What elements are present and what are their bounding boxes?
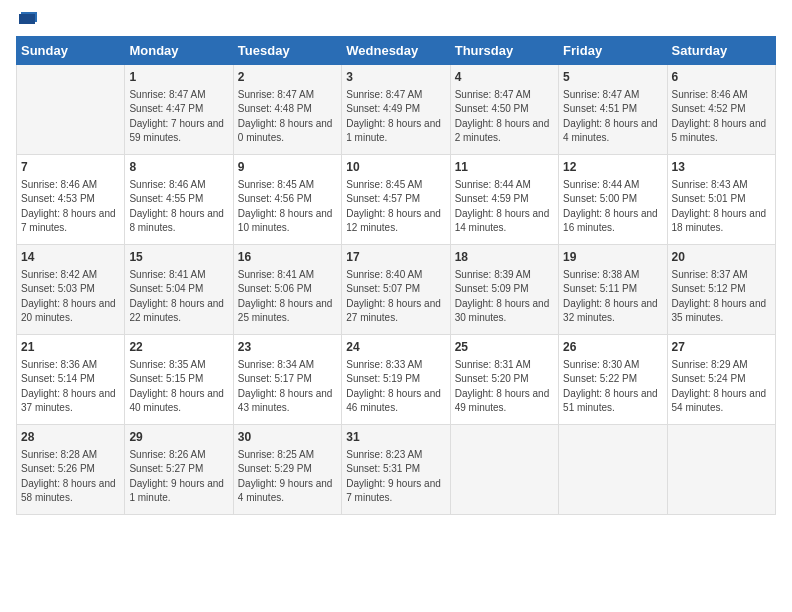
cell-content: Sunrise: 8:31 AMSunset: 5:20 PMDaylight:… [455,359,550,413]
cell-content: Sunrise: 8:33 AMSunset: 5:19 PMDaylight:… [346,359,441,413]
day-number: 3 [346,69,445,85]
logo [16,16,37,26]
cell-content: Sunrise: 8:25 AMSunset: 5:29 PMDaylight:… [238,449,333,503]
day-number: 14 [21,249,120,265]
calendar-cell: 24Sunrise: 8:33 AMSunset: 5:19 PMDayligh… [342,335,450,425]
calendar-cell [667,425,775,515]
day-number: 10 [346,159,445,175]
week-row-5: 28Sunrise: 8:28 AMSunset: 5:26 PMDayligh… [17,425,776,515]
calendar-cell [450,425,558,515]
day-number: 19 [563,249,662,265]
day-number: 26 [563,339,662,355]
calendar-cell: 20Sunrise: 8:37 AMSunset: 5:12 PMDayligh… [667,245,775,335]
calendar-cell: 9Sunrise: 8:45 AMSunset: 4:56 PMDaylight… [233,155,341,245]
cell-content: Sunrise: 8:47 AMSunset: 4:49 PMDaylight:… [346,89,441,143]
header-cell-monday: Monday [125,37,233,65]
calendar-cell: 27Sunrise: 8:29 AMSunset: 5:24 PMDayligh… [667,335,775,425]
cell-content: Sunrise: 8:47 AMSunset: 4:51 PMDaylight:… [563,89,658,143]
day-number: 12 [563,159,662,175]
calendar-cell: 2Sunrise: 8:47 AMSunset: 4:48 PMDaylight… [233,65,341,155]
day-number: 15 [129,249,228,265]
day-number: 5 [563,69,662,85]
week-row-3: 14Sunrise: 8:42 AMSunset: 5:03 PMDayligh… [17,245,776,335]
cell-content: Sunrise: 8:38 AMSunset: 5:11 PMDaylight:… [563,269,658,323]
header-cell-sunday: Sunday [17,37,125,65]
cell-content: Sunrise: 8:46 AMSunset: 4:53 PMDaylight:… [21,179,116,233]
calendar-cell: 17Sunrise: 8:40 AMSunset: 5:07 PMDayligh… [342,245,450,335]
day-number: 23 [238,339,337,355]
calendar-cell: 18Sunrise: 8:39 AMSunset: 5:09 PMDayligh… [450,245,558,335]
calendar-cell: 12Sunrise: 8:44 AMSunset: 5:00 PMDayligh… [559,155,667,245]
calendar-cell [559,425,667,515]
day-number: 9 [238,159,337,175]
day-number: 27 [672,339,771,355]
cell-content: Sunrise: 8:34 AMSunset: 5:17 PMDaylight:… [238,359,333,413]
calendar-cell: 30Sunrise: 8:25 AMSunset: 5:29 PMDayligh… [233,425,341,515]
day-number: 29 [129,429,228,445]
calendar-cell: 6Sunrise: 8:46 AMSunset: 4:52 PMDaylight… [667,65,775,155]
day-number: 6 [672,69,771,85]
header-cell-tuesday: Tuesday [233,37,341,65]
day-number: 11 [455,159,554,175]
day-number: 25 [455,339,554,355]
cell-content: Sunrise: 8:23 AMSunset: 5:31 PMDaylight:… [346,449,441,503]
calendar-cell: 22Sunrise: 8:35 AMSunset: 5:15 PMDayligh… [125,335,233,425]
header-cell-friday: Friday [559,37,667,65]
calendar-cell: 29Sunrise: 8:26 AMSunset: 5:27 PMDayligh… [125,425,233,515]
week-row-2: 7Sunrise: 8:46 AMSunset: 4:53 PMDaylight… [17,155,776,245]
calendar-cell: 4Sunrise: 8:47 AMSunset: 4:50 PMDaylight… [450,65,558,155]
calendar-cell: 5Sunrise: 8:47 AMSunset: 4:51 PMDaylight… [559,65,667,155]
cell-content: Sunrise: 8:47 AMSunset: 4:47 PMDaylight:… [129,89,224,143]
svg-marker-1 [19,14,35,24]
day-number: 13 [672,159,771,175]
day-number: 8 [129,159,228,175]
calendar-header: SundayMondayTuesdayWednesdayThursdayFrid… [17,37,776,65]
cell-content: Sunrise: 8:42 AMSunset: 5:03 PMDaylight:… [21,269,116,323]
calendar-cell: 14Sunrise: 8:42 AMSunset: 5:03 PMDayligh… [17,245,125,335]
day-number: 31 [346,429,445,445]
calendar-cell [17,65,125,155]
cell-content: Sunrise: 8:41 AMSunset: 5:06 PMDaylight:… [238,269,333,323]
cell-content: Sunrise: 8:44 AMSunset: 4:59 PMDaylight:… [455,179,550,233]
header-cell-saturday: Saturday [667,37,775,65]
cell-content: Sunrise: 8:46 AMSunset: 4:55 PMDaylight:… [129,179,224,233]
day-number: 4 [455,69,554,85]
day-number: 2 [238,69,337,85]
cell-content: Sunrise: 8:28 AMSunset: 5:26 PMDaylight:… [21,449,116,503]
logo-flag-icon [19,12,37,26]
cell-content: Sunrise: 8:36 AMSunset: 5:14 PMDaylight:… [21,359,116,413]
cell-content: Sunrise: 8:41 AMSunset: 5:04 PMDaylight:… [129,269,224,323]
calendar-cell: 21Sunrise: 8:36 AMSunset: 5:14 PMDayligh… [17,335,125,425]
calendar-cell: 25Sunrise: 8:31 AMSunset: 5:20 PMDayligh… [450,335,558,425]
day-number: 7 [21,159,120,175]
cell-content: Sunrise: 8:47 AMSunset: 4:48 PMDaylight:… [238,89,333,143]
day-number: 17 [346,249,445,265]
calendar-cell: 13Sunrise: 8:43 AMSunset: 5:01 PMDayligh… [667,155,775,245]
day-number: 21 [21,339,120,355]
day-number: 22 [129,339,228,355]
calendar-table: SundayMondayTuesdayWednesdayThursdayFrid… [16,36,776,515]
cell-content: Sunrise: 8:47 AMSunset: 4:50 PMDaylight:… [455,89,550,143]
calendar-cell: 8Sunrise: 8:46 AMSunset: 4:55 PMDaylight… [125,155,233,245]
week-row-1: 1Sunrise: 8:47 AMSunset: 4:47 PMDaylight… [17,65,776,155]
week-row-4: 21Sunrise: 8:36 AMSunset: 5:14 PMDayligh… [17,335,776,425]
day-number: 28 [21,429,120,445]
cell-content: Sunrise: 8:45 AMSunset: 4:57 PMDaylight:… [346,179,441,233]
calendar-cell: 31Sunrise: 8:23 AMSunset: 5:31 PMDayligh… [342,425,450,515]
cell-content: Sunrise: 8:39 AMSunset: 5:09 PMDaylight:… [455,269,550,323]
page-header [16,16,776,26]
day-number: 16 [238,249,337,265]
calendar-cell: 16Sunrise: 8:41 AMSunset: 5:06 PMDayligh… [233,245,341,335]
calendar-cell: 23Sunrise: 8:34 AMSunset: 5:17 PMDayligh… [233,335,341,425]
day-number: 24 [346,339,445,355]
day-number: 20 [672,249,771,265]
header-cell-thursday: Thursday [450,37,558,65]
day-number: 1 [129,69,228,85]
calendar-cell: 19Sunrise: 8:38 AMSunset: 5:11 PMDayligh… [559,245,667,335]
calendar-cell: 1Sunrise: 8:47 AMSunset: 4:47 PMDaylight… [125,65,233,155]
cell-content: Sunrise: 8:37 AMSunset: 5:12 PMDaylight:… [672,269,767,323]
calendar-cell: 10Sunrise: 8:45 AMSunset: 4:57 PMDayligh… [342,155,450,245]
cell-content: Sunrise: 8:46 AMSunset: 4:52 PMDaylight:… [672,89,767,143]
cell-content: Sunrise: 8:29 AMSunset: 5:24 PMDaylight:… [672,359,767,413]
cell-content: Sunrise: 8:40 AMSunset: 5:07 PMDaylight:… [346,269,441,323]
